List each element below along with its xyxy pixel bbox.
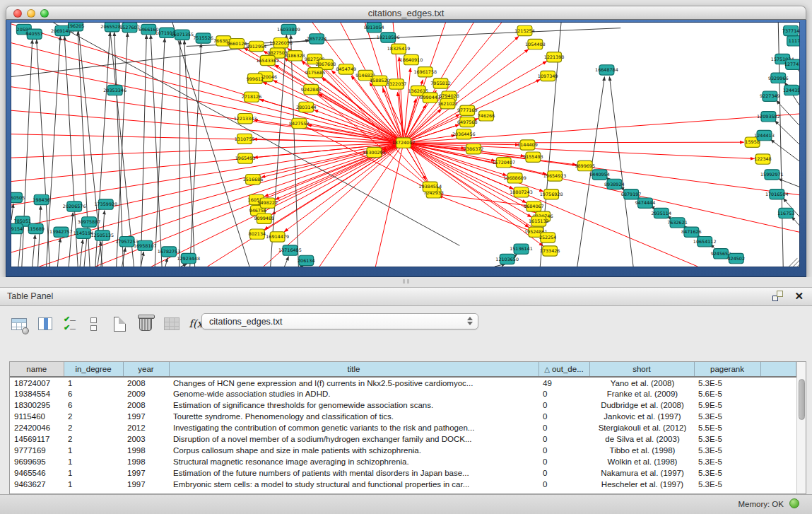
graph-node[interactable]: 8938924	[604, 179, 625, 189]
graph-node[interactable]: 9777169	[457, 105, 478, 115]
graph-node[interactable]: 1244413	[754, 130, 775, 140]
table-row[interactable]: 946554611997Estimation of the future num…	[10, 467, 796, 479]
table-scrollbar[interactable]	[796, 362, 806, 493]
graph-node[interactable]: 9329966	[768, 73, 789, 83]
table-row[interactable]: 2242004622012Investigating the contribut…	[10, 422, 796, 433]
table-row[interactable]: 1938455462009Genome-wide association stu…	[10, 388, 796, 399]
column-header-out-de-[interactable]: △out_de...	[539, 362, 589, 377]
graph-node[interactable]: 2935114	[651, 208, 671, 218]
table-row[interactable]: 977716911998Corpus callosum shape and si…	[10, 445, 796, 456]
graph-node[interactable]: 12505135	[90, 230, 114, 240]
graph-node[interactable]: 18640910	[400, 54, 423, 64]
graph-node[interactable]: 12213343	[234, 114, 257, 124]
row-options-icon[interactable]	[84, 315, 102, 333]
graph-node[interactable]: 9175685	[305, 68, 326, 78]
graph-node[interactable]: 196205	[67, 23, 85, 31]
delete-table-icon[interactable]	[136, 315, 155, 333]
graph-node[interactable]: 15136141	[510, 244, 533, 254]
graph-node[interactable]: 999612	[247, 74, 264, 83]
graph-node[interactable]: 8427552	[289, 118, 310, 128]
graph-node[interactable]: 9155493	[523, 152, 543, 162]
table-row[interactable]: 1830029562008Estimation of significance …	[10, 399, 796, 411]
graph-node[interactable]: 737714	[782, 25, 799, 35]
graph-node[interactable]: 746266	[478, 111, 495, 121]
graph-node[interactable]: 16648784	[595, 65, 618, 75]
graph-node[interactable]: 19218586	[377, 33, 400, 42]
graph-node[interactable]: 122348	[754, 154, 772, 164]
graph-node[interactable]: 18325419	[387, 44, 411, 54]
graph-node[interactable]: 8813054	[364, 23, 384, 33]
table-row[interactable]: 1872400712008Changes of HCN gene express…	[10, 377, 796, 388]
graph-node[interactable]: 1965493	[235, 153, 256, 163]
network-graph[interactable]: 1872400776638229660124891295418226058982…	[11, 23, 799, 267]
column-header-title[interactable]: title	[169, 362, 539, 377]
close-panel-icon[interactable]: ✕	[794, 291, 804, 301]
table-scrollbar-thumb[interactable]	[799, 379, 805, 420]
graph-node[interactable]: 30975887	[78, 217, 101, 227]
graph-node[interactable]: 9227349	[760, 91, 780, 101]
graph-node[interactable]: 9099489	[254, 214, 274, 223]
graph-node[interactable]: 9899695	[575, 160, 595, 170]
graph-node[interactable]: 1615132	[529, 216, 549, 226]
network-window-titlebar[interactable]: citations_edges.txt	[6, 6, 806, 20]
table-row[interactable]: 911546021997Tourette syndrome. Phenomeno…	[10, 411, 796, 422]
network-canvas[interactable]: 1872400776638229660124891295418226058982…	[11, 22, 800, 267]
column-header-year[interactable]: year	[123, 362, 169, 377]
graph-node[interactable]: 15720407	[492, 158, 515, 168]
graph-node[interactable]: 1310755	[235, 134, 255, 144]
graph-node[interactable]: 7955812	[430, 78, 451, 88]
graph-node[interactable]: 1097349	[538, 71, 558, 81]
graph-node[interactable]: 9660124	[227, 38, 247, 48]
graph-node[interactable]: 19756928	[540, 189, 563, 199]
table-row[interactable]: 969969511998Structural magnetic resonanc…	[10, 456, 796, 467]
graph-node[interactable]: 10688609	[503, 173, 526, 183]
graph-node[interactable]: 1144409	[517, 140, 538, 150]
graph-node[interactable]: 15992971	[760, 170, 784, 180]
column-header-pagerank[interactable]: pagerank	[694, 362, 760, 377]
table-row[interactable]: 1456911722003Disruption of a novel membe…	[10, 433, 796, 445]
graph-node[interactable]: 802134	[249, 229, 266, 239]
graph-node[interactable]: 252254	[539, 233, 557, 243]
graph-node[interactable]: 20206576	[63, 201, 86, 211]
graph-node[interactable]: 9242848	[301, 84, 322, 94]
graph-node[interactable]: 198436	[33, 194, 50, 204]
panel-splitter[interactable]	[0, 277, 812, 287]
graph-node[interactable]: 8471626	[681, 227, 702, 237]
graph-node[interactable]: 16033809	[277, 24, 300, 34]
graph-node[interactable]: 13942757	[49, 227, 73, 237]
graph-node[interactable]: 1733426	[540, 246, 560, 256]
graph-node[interactable]: 17359928	[94, 199, 117, 209]
graph-node[interactable]: 1117	[787, 36, 799, 46]
memory-status-indicator[interactable]	[789, 498, 799, 508]
graph-node[interactable]: 7632621	[667, 218, 688, 228]
graph-node[interactable]: 39154	[11, 223, 23, 233]
graph-node[interactable]: 8322037	[387, 79, 407, 89]
graph-node[interactable]: 18226058	[269, 38, 293, 48]
resize-grip-icon[interactable]	[788, 255, 798, 265]
graph-node[interactable]: 8912954	[247, 41, 267, 51]
graph-node[interactable]: 124435	[783, 85, 799, 95]
graph-node[interactable]: 115689	[27, 223, 45, 233]
column-header-short[interactable]: short	[589, 362, 694, 377]
graph-node[interactable]: 824502	[728, 253, 746, 263]
graph-node[interactable]: 7515526	[193, 33, 213, 43]
table-row[interactable]: 946362711997Embryonic stem cells: a mode…	[10, 479, 796, 490]
graph-node[interactable]: 127743	[784, 59, 799, 69]
column-header-in-degree[interactable]: in_degree	[64, 362, 123, 377]
graph-node[interactable]: 6497568	[457, 117, 478, 127]
graph-node[interactable]: 116753	[777, 208, 795, 218]
float-panel-icon[interactable]	[772, 291, 783, 301]
graph-node[interactable]: 16914479	[266, 232, 289, 242]
graph-node[interactable]: 206134	[298, 255, 315, 265]
graph-node[interactable]: 5498222	[257, 198, 278, 208]
graph-node[interactable]: 1516686	[243, 175, 264, 185]
graph-node[interactable]: 8454749	[336, 64, 356, 74]
graph-node[interactable]: 1527607	[119, 23, 140, 33]
graph-node[interactable]: 16961758	[413, 67, 437, 77]
graph-node[interactable]: 2803144	[296, 102, 317, 112]
select-columns-icon[interactable]: ✔—✔—	[62, 317, 76, 331]
graph-node[interactable]: 12923448	[177, 253, 200, 263]
graph-node[interactable]: 8186328	[285, 51, 305, 61]
graph-node[interactable]: 1221398	[544, 52, 565, 62]
graph-node[interactable]: 10654112	[693, 236, 717, 246]
